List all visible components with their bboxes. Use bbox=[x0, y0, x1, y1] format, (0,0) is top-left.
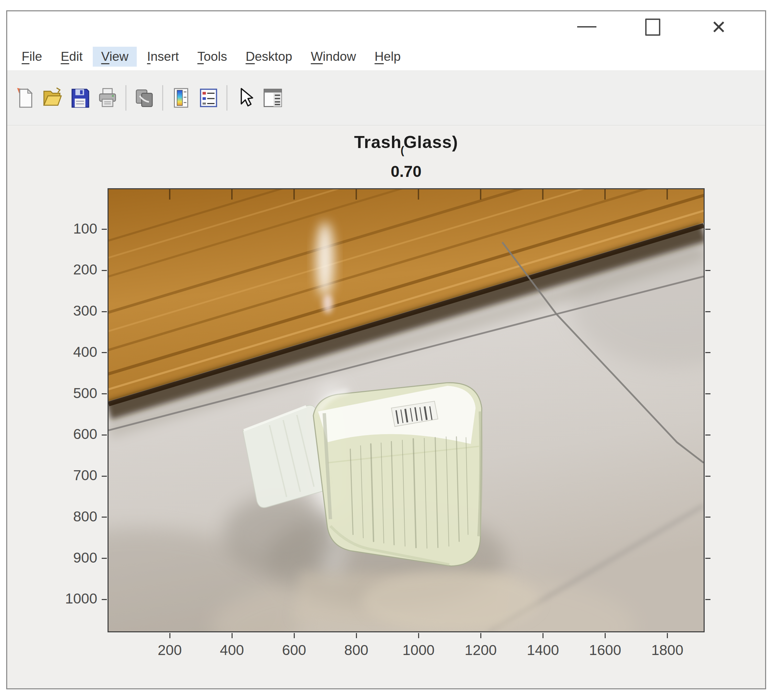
edit-plot-arrow-icon bbox=[235, 87, 256, 109]
y-tick bbox=[102, 352, 107, 353]
insert-colorbar-icon bbox=[170, 87, 192, 109]
figure-toolbar bbox=[7, 71, 765, 125]
y-tick bbox=[102, 558, 107, 559]
menu-item-tools[interactable]: Tools bbox=[189, 47, 235, 67]
y-tick-label: 600 bbox=[39, 426, 97, 442]
x-tick-top bbox=[666, 189, 668, 200]
x-tick bbox=[356, 633, 357, 638]
x-tick bbox=[543, 633, 543, 638]
x-tick-top bbox=[231, 189, 233, 200]
x-tick-top bbox=[480, 189, 481, 200]
y-tick-label: 1000 bbox=[39, 590, 97, 607]
close-button[interactable]: ✕ bbox=[707, 15, 731, 39]
open-file-button[interactable] bbox=[39, 82, 66, 114]
insert-legend-icon bbox=[198, 87, 219, 109]
x-tick bbox=[605, 633, 606, 638]
property-inspector-button[interactable] bbox=[259, 82, 286, 114]
screenshot-stage: — ✕ ↘ FileEditViewInsertToolsDesktopWind… bbox=[0, 0, 773, 700]
maximize-button[interactable] bbox=[641, 15, 665, 39]
y-tick-right bbox=[705, 517, 711, 518]
x-tick bbox=[294, 633, 295, 638]
y-tick-right bbox=[705, 352, 711, 353]
window-titlebar: — ✕ bbox=[7, 12, 765, 43]
y-tick-right bbox=[705, 393, 711, 394]
new-figure-button[interactable] bbox=[12, 82, 39, 114]
x-tick-label: 200 bbox=[142, 642, 197, 659]
y-tick-label: 200 bbox=[39, 261, 97, 278]
axes-title: Trash(Glass) 0.70 bbox=[107, 132, 705, 181]
cap-shadow bbox=[223, 495, 336, 574]
y-tick-right bbox=[705, 434, 711, 435]
confidence-value: 0.70 bbox=[107, 162, 705, 181]
toolbar-separator bbox=[125, 85, 127, 111]
x-tick-label: 1200 bbox=[453, 642, 508, 659]
y-tick bbox=[102, 599, 107, 600]
y-tick bbox=[102, 393, 107, 394]
x-tick bbox=[418, 633, 419, 638]
x-tick bbox=[169, 633, 170, 638]
y-tick bbox=[102, 434, 107, 435]
save-figure-button[interactable] bbox=[66, 82, 94, 114]
bottle-right-shading bbox=[479, 411, 481, 536]
insert-legend-button[interactable] bbox=[195, 82, 222, 114]
menu-item-file[interactable]: File bbox=[13, 47, 51, 67]
classification-title: Trash(Glass) bbox=[107, 132, 705, 157]
print-figure-button[interactable] bbox=[94, 82, 121, 114]
y-tick bbox=[102, 517, 107, 518]
displayed-photo bbox=[109, 189, 704, 631]
y-tick-right bbox=[705, 476, 711, 477]
y-tick-right bbox=[705, 558, 711, 559]
y-tick bbox=[102, 229, 107, 230]
window-controls: — ✕ bbox=[575, 14, 731, 40]
toolbar-separator bbox=[162, 85, 163, 111]
y-tick-right bbox=[705, 311, 711, 312]
wood-shine-highlight bbox=[316, 222, 334, 297]
menu-item-desktop[interactable]: Desktop bbox=[237, 47, 301, 67]
toolbar-separator bbox=[226, 85, 227, 111]
y-tick-label: 300 bbox=[39, 302, 97, 319]
maximize-icon bbox=[645, 18, 660, 36]
menu-bar: FileEditViewInsertToolsDesktopWindowHelp bbox=[7, 43, 765, 71]
x-tick-label: 800 bbox=[329, 642, 384, 659]
y-tick bbox=[102, 476, 107, 477]
x-tick bbox=[232, 633, 233, 638]
menu-item-edit[interactable]: Edit bbox=[53, 47, 91, 67]
new-figure-icon bbox=[15, 87, 36, 109]
menu-item-view[interactable]: View bbox=[93, 47, 137, 67]
save-figure-icon bbox=[69, 87, 91, 109]
menu-item-window[interactable]: Window bbox=[303, 47, 365, 67]
y-tick-label: 900 bbox=[39, 550, 97, 566]
x-tick-label: 400 bbox=[204, 642, 259, 659]
bottle-reflection-bright bbox=[362, 570, 540, 631]
y-tick-right bbox=[705, 270, 711, 271]
x-tick-top bbox=[293, 189, 295, 200]
menu-item-help[interactable]: Help bbox=[366, 47, 409, 67]
y-tick-right bbox=[705, 599, 711, 600]
y-tick-label: 400 bbox=[39, 344, 97, 360]
y-tick-label: 500 bbox=[39, 385, 97, 401]
open-file-icon bbox=[42, 87, 63, 109]
x-tick bbox=[667, 633, 668, 638]
x-tick-top bbox=[542, 189, 543, 200]
x-tick-top bbox=[604, 189, 606, 200]
y-tick-label: 800 bbox=[39, 508, 97, 525]
link-plot-button[interactable] bbox=[130, 82, 158, 114]
x-tick bbox=[480, 633, 481, 638]
x-tick-top bbox=[355, 189, 357, 200]
insert-colorbar-button[interactable] bbox=[167, 82, 195, 114]
y-tick-label: 100 bbox=[39, 220, 97, 237]
property-inspector-icon bbox=[262, 87, 283, 109]
print-figure-icon bbox=[97, 87, 118, 109]
y-tick bbox=[102, 270, 107, 271]
image-axes bbox=[107, 188, 705, 632]
x-tick-label: 1600 bbox=[577, 642, 633, 659]
x-tick-label: 1400 bbox=[515, 642, 570, 659]
x-tick-top bbox=[169, 189, 170, 200]
y-tick-label: 700 bbox=[39, 467, 97, 484]
menu-item-insert[interactable]: Insert bbox=[139, 47, 187, 67]
x-tick-top bbox=[418, 189, 419, 200]
x-tick-label: 1000 bbox=[391, 642, 446, 659]
link-plot-icon bbox=[134, 87, 155, 109]
edit-plot-button[interactable] bbox=[232, 82, 259, 114]
minimize-button[interactable]: — bbox=[575, 13, 599, 41]
